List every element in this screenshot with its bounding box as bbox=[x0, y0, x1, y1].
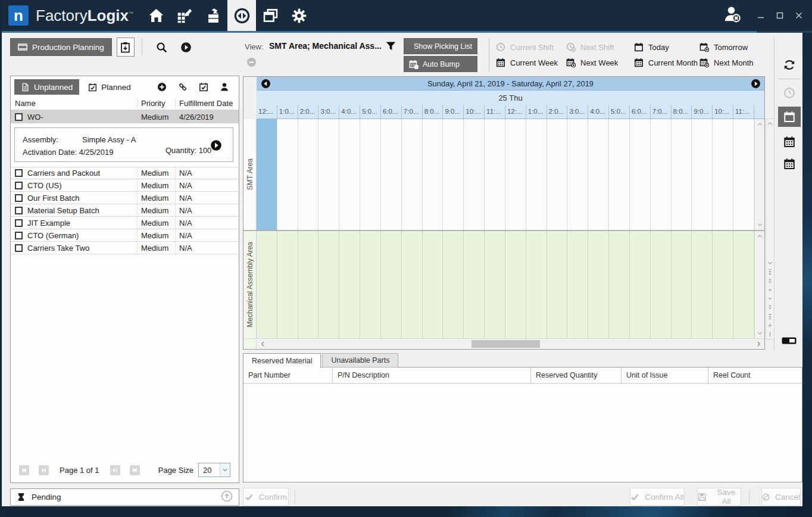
schedule-cell[interactable] bbox=[360, 231, 381, 338]
step-down-button[interactable] bbox=[766, 294, 774, 303]
schedule-cell[interactable] bbox=[277, 119, 298, 230]
cursor-mode-button[interactable] bbox=[766, 330, 774, 339]
scrollbar-thumb[interactable] bbox=[471, 340, 540, 348]
page-down-button[interactable] bbox=[766, 303, 774, 312]
previous-week-button[interactable] bbox=[257, 79, 274, 89]
zoom-in-button[interactable] bbox=[766, 321, 774, 330]
schedule-cell[interactable] bbox=[713, 119, 733, 230]
reports-nav-button[interactable] bbox=[256, 0, 285, 31]
current-week-button[interactable]: Current Week bbox=[496, 58, 566, 67]
schedule-cell[interactable] bbox=[733, 119, 754, 230]
page-up-button[interactable] bbox=[766, 276, 774, 285]
calendar-day-header[interactable]: 25 Thu bbox=[257, 91, 764, 105]
schedule-cell[interactable] bbox=[692, 119, 713, 230]
current-shift-button[interactable]: Current Shift bbox=[496, 42, 566, 52]
schedule-cell[interactable] bbox=[443, 231, 464, 338]
show-picking-list-button[interactable]: Show Picking List bbox=[404, 38, 477, 54]
schedule-cell[interactable] bbox=[257, 231, 277, 338]
schedule-cell[interactable] bbox=[464, 231, 485, 338]
tomorrow-button[interactable]: Tomorrow bbox=[699, 42, 764, 52]
schedule-cell[interactable] bbox=[423, 231, 444, 338]
schedule-cell[interactable] bbox=[257, 119, 277, 230]
schedule-cell[interactable] bbox=[692, 231, 713, 338]
remove-view-button[interactable] bbox=[246, 57, 257, 70]
work-order-row[interactable]: CTO (US)MediumN/A bbox=[11, 179, 239, 192]
column-reserved-quantity[interactable]: Reserved Quantity bbox=[531, 367, 622, 383]
mech-vertical-scrollbar[interactable] bbox=[754, 231, 764, 338]
schedule-cell[interactable] bbox=[547, 119, 568, 230]
schedule-cell[interactable] bbox=[567, 119, 588, 230]
column-pn-description[interactable]: P/N Description bbox=[333, 367, 531, 383]
previous-page-button[interactable] bbox=[39, 465, 49, 475]
next-month-button[interactable]: Next Month bbox=[699, 58, 764, 67]
schedule-cell[interactable] bbox=[505, 231, 526, 338]
schedule-cell[interactable] bbox=[713, 231, 733, 338]
schedule-cell[interactable] bbox=[630, 231, 651, 338]
schedule-cell[interactable] bbox=[567, 231, 588, 338]
link-icon[interactable] bbox=[178, 82, 188, 92]
refresh-button[interactable] bbox=[776, 55, 803, 75]
row-checkbox[interactable] bbox=[15, 244, 23, 252]
window-maximize-button[interactable] bbox=[773, 9, 786, 22]
operations-nav-button-active[interactable] bbox=[227, 0, 256, 31]
confirm-all-button[interactable]: Confirm All bbox=[630, 488, 685, 506]
row-checkbox[interactable] bbox=[15, 219, 23, 227]
page-size-select[interactable]: 20 bbox=[198, 463, 230, 477]
open-work-order-button[interactable] bbox=[210, 139, 222, 153]
add-work-order-icon[interactable] bbox=[157, 82, 167, 92]
auto-bump-button[interactable]: Auto Bump bbox=[404, 56, 477, 72]
tab-unavailable-parts[interactable]: Unavailable Parts bbox=[322, 353, 398, 367]
column-priority[interactable]: Priority bbox=[138, 99, 176, 108]
column-unit-of-issue[interactable]: Unit of Issue bbox=[622, 367, 708, 383]
schedule-cell[interactable] bbox=[423, 119, 444, 230]
tab-unplanned[interactable]: Unplanned bbox=[14, 79, 79, 95]
schedule-cell[interactable] bbox=[381, 119, 402, 230]
schedule-cell[interactable] bbox=[651, 119, 672, 230]
next-page-button[interactable] bbox=[110, 465, 120, 475]
last-page-button[interactable] bbox=[130, 465, 140, 475]
next-shift-button[interactable]: Next Shift bbox=[566, 42, 634, 52]
production-planning-button[interactable]: Production Planning bbox=[10, 38, 112, 56]
user-logout-button[interactable] bbox=[723, 5, 741, 26]
scroll-down-icon[interactable] bbox=[757, 222, 763, 228]
schedule-cell[interactable] bbox=[485, 119, 505, 230]
horizontal-scrollbar[interactable] bbox=[243, 338, 764, 349]
work-order-row[interactable]: Carriers and PackoutMediumN/A bbox=[11, 167, 239, 179]
schedule-cell[interactable] bbox=[402, 231, 423, 338]
schedule-cell[interactable] bbox=[609, 119, 630, 230]
smt-vertical-scrollbar[interactable] bbox=[754, 119, 764, 230]
shift-view-button[interactable] bbox=[776, 83, 803, 103]
scheduler-board-button[interactable] bbox=[117, 38, 135, 57]
schedule-cell[interactable] bbox=[360, 119, 381, 230]
schedule-cell[interactable] bbox=[339, 231, 360, 338]
view-filter-button[interactable] bbox=[385, 41, 396, 54]
tab-reserved-material[interactable]: Reserved Material bbox=[243, 353, 321, 368]
schedule-cell[interactable] bbox=[672, 231, 692, 338]
week-view-button[interactable] bbox=[776, 132, 803, 152]
row-checkbox[interactable] bbox=[15, 194, 23, 202]
schedule-cell[interactable] bbox=[298, 231, 319, 338]
tab-planned[interactable]: Planned bbox=[82, 79, 138, 95]
next-week-button[interactable]: Next Week bbox=[566, 58, 634, 67]
row-checkbox[interactable] bbox=[15, 113, 23, 121]
search-button[interactable] bbox=[156, 42, 167, 53]
day-view-button-selected[interactable] bbox=[778, 107, 801, 127]
collapse-panel-toggle[interactable] bbox=[782, 336, 797, 348]
save-all-button[interactable]: Save All bbox=[697, 488, 741, 506]
column-reel-count[interactable]: Reel Count bbox=[708, 367, 802, 383]
schedule-cell[interactable] bbox=[505, 119, 526, 230]
schedule-cell[interactable] bbox=[464, 119, 485, 230]
schedule-cell[interactable] bbox=[381, 231, 402, 338]
work-order-row[interactable]: CTO (German)MediumN/A bbox=[11, 229, 239, 242]
window-minimize-button[interactable] bbox=[754, 9, 767, 22]
scroll-down-icon[interactable] bbox=[757, 330, 763, 337]
strip-scroll-down[interactable] bbox=[766, 258, 774, 267]
scroll-left-icon[interactable] bbox=[257, 341, 268, 347]
window-close-button[interactable] bbox=[792, 9, 805, 22]
scroll-to-bottom-button[interactable] bbox=[766, 312, 774, 321]
work-order-row[interactable]: Carriers Take TwoMediumN/A bbox=[11, 242, 239, 254]
column-part-number[interactable]: Part Number bbox=[243, 367, 333, 383]
work-order-row[interactable]: Our First BatchMediumN/A bbox=[11, 192, 239, 204]
schedule-cell[interactable] bbox=[402, 119, 423, 230]
next-week-button[interactable] bbox=[747, 79, 764, 89]
